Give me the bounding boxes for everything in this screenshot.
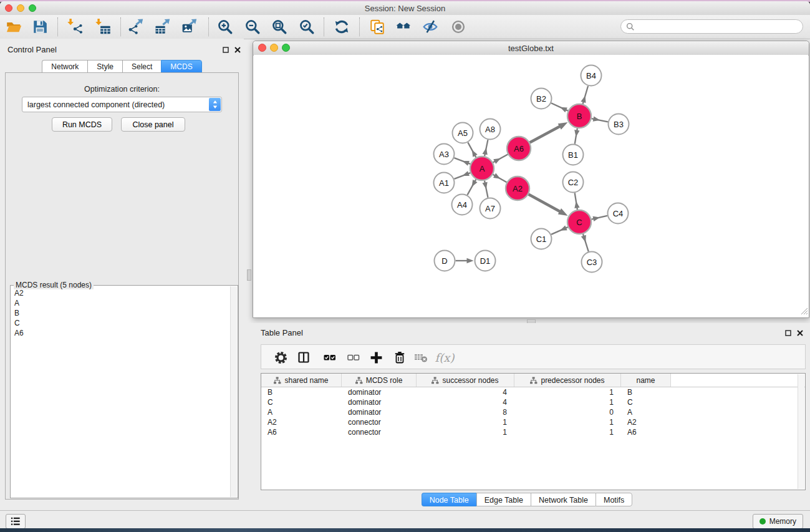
close-panel-button[interactable]: Close panel <box>121 117 185 132</box>
graph-node-C[interactable]: C <box>567 210 591 234</box>
tab-edge-table[interactable]: Edge Table <box>476 493 531 506</box>
open-session-button[interactable] <box>3 16 24 37</box>
network-window-title: testGlobe.txt <box>253 44 809 53</box>
result-item[interactable]: A6 <box>11 328 230 338</box>
edge-arrowhead-icon <box>574 130 579 137</box>
hide-graphics-details-button[interactable] <box>420 16 441 37</box>
memory-button[interactable]: Memory <box>753 514 803 528</box>
function-builder-button[interactable]: f(x) <box>433 349 456 366</box>
horizontal-splitter-handle[interactable] <box>247 269 251 281</box>
graph-node-A8[interactable]: A8 <box>480 119 501 140</box>
plus-icon <box>370 351 383 364</box>
graph-node-C3[interactable]: C3 <box>582 252 602 273</box>
result-item[interactable]: A2 <box>11 288 230 298</box>
delete-table-button[interactable] <box>412 349 430 366</box>
clone-network-button[interactable] <box>367 16 388 37</box>
graph-node-C2[interactable]: C2 <box>563 172 584 193</box>
graph-node-A4[interactable]: A4 <box>452 195 473 215</box>
table-row[interactable]: Cdominator41C <box>261 397 805 407</box>
table-row[interactable]: Bdominator41B <box>261 387 805 397</box>
graph-node-A7[interactable]: A7 <box>480 198 501 219</box>
tab-motifs[interactable]: Motifs <box>595 493 632 506</box>
save-session-button[interactable] <box>29 16 51 37</box>
column-header[interactable]: name <box>621 374 671 387</box>
unchecked-boxes-icon <box>347 351 360 364</box>
dropdown-stepper-icon <box>209 98 221 111</box>
node-table[interactable]: shared nameMCDS rolesuccessor nodesprede… <box>261 373 806 490</box>
column-type-icon <box>530 377 538 384</box>
graph-edge-A6-B[interactable] <box>530 126 561 143</box>
gear-icon <box>274 351 287 364</box>
graph-node-C4[interactable]: C4 <box>608 203 629 224</box>
graph-node-D[interactable]: D <box>435 251 455 271</box>
tab-select[interactable]: Select <box>122 60 161 73</box>
close-table-panel-icon[interactable] <box>796 329 804 337</box>
column-header[interactable]: predecessor nodes <box>514 374 621 387</box>
cybrowser-home-button[interactable] <box>393 16 414 37</box>
graph-node-B2[interactable]: B2 <box>531 89 552 109</box>
search-input[interactable] <box>638 22 798 32</box>
tab-style[interactable]: Style <box>87 60 122 73</box>
table-row[interactable]: Adominator80A <box>261 407 805 417</box>
zoom-fit-button[interactable] <box>269 16 290 37</box>
edge-arrowhead-icon <box>560 107 567 112</box>
import-network-button[interactable] <box>64 16 85 37</box>
graph-node-C1[interactable]: C1 <box>531 229 552 249</box>
search-field[interactable] <box>620 19 803 34</box>
show-graphics-details-button[interactable] <box>448 16 469 37</box>
table-settings-button[interactable] <box>272 349 289 366</box>
graph-edge-A2-C[interactable] <box>529 195 561 213</box>
result-scrollbar[interactable] <box>230 286 237 497</box>
deselect-all-columns-button[interactable] <box>345 349 362 366</box>
tab-network[interactable]: Network <box>42 60 87 73</box>
graph-node-B3[interactable]: B3 <box>609 114 629 135</box>
table-scrollbar[interactable] <box>798 374 804 489</box>
zoom-out-button[interactable] <box>242 16 263 37</box>
zoom-in-button[interactable] <box>215 16 236 37</box>
close-panel-icon[interactable] <box>233 46 242 54</box>
delete-columns-button[interactable] <box>391 349 408 366</box>
tab-node-table[interactable]: Node Table <box>422 493 476 506</box>
table-body: Bdominator41BCdominator41CAdominator80AA… <box>261 387 805 437</box>
graph-node-B1[interactable]: B1 <box>563 145 584 165</box>
node-label: A2 <box>513 184 523 193</box>
zoom-selected-button[interactable] <box>296 16 317 37</box>
column-header[interactable]: shared name <box>261 374 342 387</box>
result-item[interactable]: A <box>11 298 230 308</box>
export-network-button[interactable] <box>125 16 147 37</box>
result-item[interactable]: C <box>11 318 230 328</box>
run-mcds-button[interactable]: Run MCDS <box>52 117 112 132</box>
graph-node-A[interactable]: A <box>470 157 494 180</box>
graph-node-A5[interactable]: A5 <box>453 123 473 143</box>
graph-node-B4[interactable]: B4 <box>581 65 602 86</box>
graph-node-A3[interactable]: A3 <box>434 144 455 165</box>
column-header[interactable]: successor nodes <box>417 374 514 387</box>
table-row[interactable]: A6connector11A6 <box>261 427 805 437</box>
import-table-button[interactable] <box>92 16 113 37</box>
graph-node-A1[interactable]: A1 <box>434 173 455 193</box>
select-all-columns-button[interactable] <box>321 349 339 366</box>
result-item[interactable]: B <box>11 308 230 318</box>
criterion-dropdown[interactable]: largest connected component (directed) <box>22 97 222 112</box>
graph-node-D1[interactable]: D1 <box>475 251 496 271</box>
graph-node-A2[interactable]: A2 <box>506 177 529 200</box>
panel-list-button[interactable] <box>6 514 26 528</box>
export-image-button[interactable] <box>179 16 200 37</box>
edge-arrowhead-icon <box>462 171 470 176</box>
tab-network-table[interactable]: Network Table <box>531 493 595 506</box>
float-panel-icon[interactable] <box>221 46 230 54</box>
float-table-panel-icon[interactable] <box>784 329 793 337</box>
import-table-icon <box>95 19 111 35</box>
graph-node-A6[interactable]: A6 <box>507 137 531 160</box>
table-row[interactable]: A2connector11A2 <box>261 417 805 427</box>
control-panel-tabs: NetworkStyleSelectMCDS <box>0 60 244 73</box>
network-canvas[interactable]: B4B2BB3A8A5A6A3B1AA1C2A2A4A7C4CC1DD1C3 <box>254 55 808 317</box>
create-column-button[interactable] <box>367 349 385 366</box>
graph-node-B[interactable]: B <box>567 104 591 128</box>
export-table-button[interactable] <box>152 16 173 37</box>
show-column-panel-button[interactable] <box>295 349 312 366</box>
tab-mcds[interactable]: MCDS <box>161 60 201 73</box>
refresh-view-button[interactable] <box>331 16 352 37</box>
column-header[interactable]: MCDS role <box>342 374 417 387</box>
window-resize-grip[interactable] <box>801 307 808 317</box>
